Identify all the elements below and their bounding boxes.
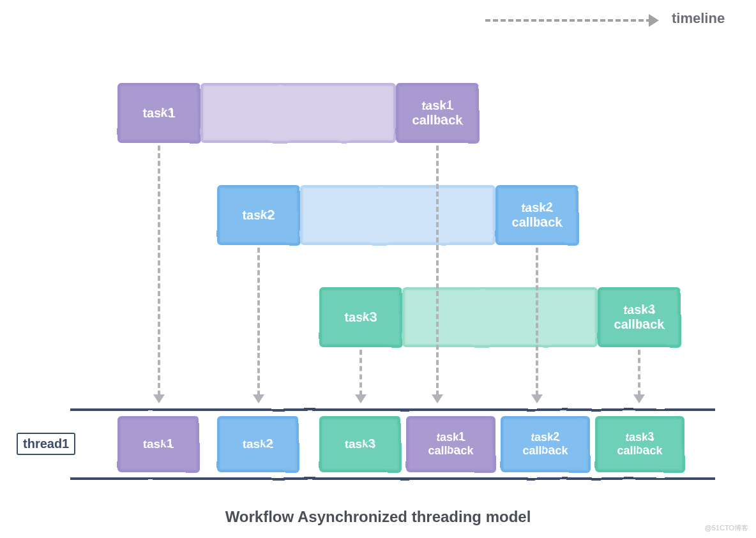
arrow-task1 — [158, 146, 160, 396]
thread-seq-0-label: task1 — [143, 437, 174, 451]
row3-wait-block — [402, 287, 598, 347]
thread-rail-bottom — [70, 477, 715, 480]
thread-seq-1-label: task2 — [243, 437, 274, 451]
diagram-title: Workflow Asynchronized threading model — [0, 508, 756, 526]
thread-seq-3: task1 callback — [406, 416, 495, 472]
thread-label: thread1 — [17, 433, 75, 455]
row1-task-block: task1 — [117, 83, 200, 143]
row2-callback-block: task2 callback — [495, 185, 578, 245]
row2-wait-block — [300, 185, 495, 245]
arrow-cb2 — [536, 248, 538, 396]
thread-seq-2: task3 — [319, 416, 401, 472]
arrow-cb1 — [436, 146, 439, 396]
row2-task-block: task2 — [217, 185, 300, 245]
thread-seq-3-label: task1 callback — [428, 431, 473, 457]
row2-task-label: task2 — [242, 208, 275, 223]
timeline-arrow — [485, 19, 651, 22]
arrowhead-cb2-icon — [531, 394, 543, 403]
row1-callback-label: task1 callback — [412, 98, 463, 128]
thread-seq-5: task3 callback — [595, 416, 684, 472]
row3-callback-block: task3 callback — [598, 287, 681, 347]
thread-rail-top — [70, 408, 715, 411]
thread-seq-4-label: task2 callback — [522, 431, 568, 457]
row2-callback-label: task2 callback — [512, 200, 563, 230]
arrowhead-cb3-icon — [633, 394, 645, 403]
arrowhead-cb1-icon — [432, 394, 443, 403]
arrow-task2 — [257, 248, 260, 396]
row3-task-label: task3 — [344, 310, 377, 325]
arrowhead-task3-icon — [355, 394, 367, 403]
diagram-canvas: timeline task1 task1 callback task2 task… — [0, 0, 756, 538]
thread-seq-4: task2 callback — [501, 416, 590, 472]
thread-seq-0: task1 — [117, 416, 199, 472]
row3-callback-label: task3 callback — [614, 303, 665, 332]
timeline-arrowhead-icon — [649, 14, 659, 27]
row1-callback-block: task1 callback — [396, 83, 479, 143]
row1-task-label: task1 — [142, 106, 175, 121]
arrow-task3 — [359, 350, 362, 396]
thread-seq-5-label: task3 callback — [617, 431, 662, 457]
arrow-cb3 — [638, 350, 640, 396]
arrowhead-task2-icon — [253, 394, 264, 403]
watermark: @51CTO博客 — [705, 523, 748, 533]
row3-task-block: task3 — [319, 287, 402, 347]
timeline-label: timeline — [672, 10, 725, 27]
thread-seq-1: task2 — [217, 416, 299, 472]
arrowhead-task1-icon — [153, 394, 165, 403]
thread-seq-2-label: task3 — [345, 437, 376, 451]
row1-wait-block — [200, 83, 396, 143]
